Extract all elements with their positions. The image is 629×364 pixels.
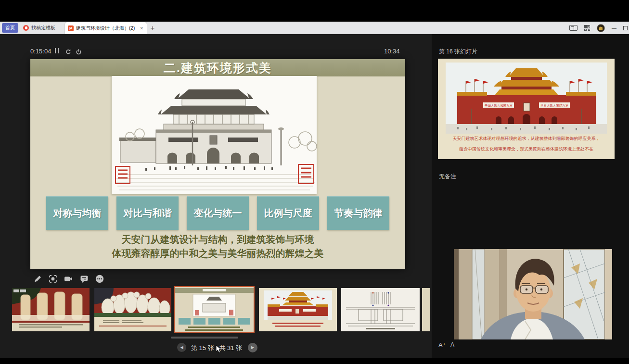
current-slide: 二.建筑环境形式美 [30,59,405,269]
next-slide-panel: 第 16 张幻灯片 [432,34,629,358]
slide-thumbnail-2[interactable] [94,288,171,331]
notes-font-increase-button[interactable]: A⁺ [438,341,446,349]
slide-title: 二.建筑环境形式美 [30,59,405,76]
notes-placeholder: 无备注 [439,173,456,181]
new-tab-button[interactable]: + [148,23,157,33]
gaoding-logo-icon [23,25,29,31]
wall-clock: 10:34 [384,48,400,55]
elapsed-timer: 0:15:04 [30,48,51,55]
home-tab[interactable]: 首页 [2,23,18,33]
prev-slide-button[interactable]: ◀ [177,343,186,352]
preview-caption-line2: 蕴含中国传统文化和审美理念，形式美原则在整体建筑环境上无处不在 [438,146,615,152]
minimize-icon[interactable]: — [612,25,616,31]
sidebar-layout-icon[interactable] [569,25,578,31]
tab-template[interactable]: 找稿定模板 [22,22,64,34]
laser-pointer-icon[interactable] [48,274,58,284]
next-slide-button[interactable]: ▶ [248,343,257,352]
tab-template-label: 找稿定模板 [31,25,55,31]
thumbnail-image [259,288,337,331]
tab-presentation-file[interactable]: P 建筑与环境设计（北海）(2).pptx ✕ [64,22,147,34]
slide-thumbnail-4[interactable] [259,288,337,331]
notes-font-decrease-button[interactable]: A [450,341,454,348]
mouse-cursor [216,345,222,353]
next-slide-header: 第 16 张幻灯片 [439,48,477,56]
pen-tool-icon[interactable] [33,274,42,284]
apps-grid-icon[interactable] [584,25,590,31]
camera-icon[interactable] [64,274,73,284]
browser-tab-bar: 首页 找稿定模板 P 建筑与环境设计（北海）(2).pptx ✕ + — ✕ [0,22,629,34]
comment-icon[interactable] [79,274,89,284]
power-end-show-icon[interactable] [75,48,82,55]
next-icon: ▶ [251,345,254,350]
slide-caption-line2: 体现雍容醇厚的中和之美与美华丽热烈的辉煌之美 [30,247,405,260]
screen: 首页 找稿定模板 P 建筑与环境设计（北海）(2).pptx ✕ + — ✕ 0… [0,0,629,364]
prev-icon: ◀ [180,345,183,350]
more-options-icon[interactable] [95,274,104,284]
close-tab-icon[interactable]: ✕ [140,26,143,31]
box-symmetry-balance: 对称与均衡 [46,196,108,230]
slide-thumbnail-5[interactable] [341,288,420,331]
principle-boxes: 对称与均衡 对比与和谐 变化与统一 比例与尺度 节奏与韵律 [46,196,389,230]
tiananmen-photo: 中华人民共和国万岁 世界人民大团结万岁 [438,59,615,134]
thumbnail-image [422,288,430,331]
slide-thumbnail-3-current[interactable] [174,286,255,333]
presenter-webcam-video[interactable] [454,249,612,339]
banner-right-text: 世界人民大团结万岁 [540,104,568,108]
tab-file-label: 建筑与环境设计（北海）(2).pptx [76,25,135,32]
tabbar-right-controls: — ✕ [566,22,629,34]
presenter-main-area: 0:15:04 10:34 二.建筑环境形式美 [0,34,432,358]
ppt-file-icon: P [68,25,74,31]
tiananmen-engraving-image [112,76,317,194]
user-avatar[interactable] [597,24,605,32]
slide-thumbnail-1[interactable] [12,288,90,331]
pause-timer-icon[interactable] [55,48,59,53]
slide-thumbnail-6-partial[interactable] [422,288,430,331]
thumbnail-scrollbar[interactable] [171,337,238,339]
webcam-frame [454,249,612,339]
thumbnail-image [12,288,90,331]
box-rhythm-cadence: 节奏与韵律 [327,196,389,230]
bottom-black-strip [0,358,629,364]
box-proportion-scale: 比例与尺度 [257,196,319,230]
slide-caption-line1: 天安门从建筑设计与结构，到建筑装饰与环境 [30,233,405,246]
thumbnail-image [175,287,254,332]
banner-left-text: 中华人民共和国万岁 [485,104,513,108]
reset-timer-icon[interactable] [64,48,72,55]
restore-window-icon[interactable] [623,26,628,30]
next-slide-preview: 中华人民共和国万岁 世界人民大团结万岁 [438,59,615,159]
box-variation-unity: 变化与统一 [187,196,249,230]
thumbnail-image [94,288,171,331]
box-contrast-harmony: 对比与和谐 [116,196,179,230]
preview-caption-line1: 天安门建筑艺术体现对理想环境的追求，从建筑整体到细部装饰的呼应关系， [438,136,615,142]
thumbnail-image [341,288,420,331]
